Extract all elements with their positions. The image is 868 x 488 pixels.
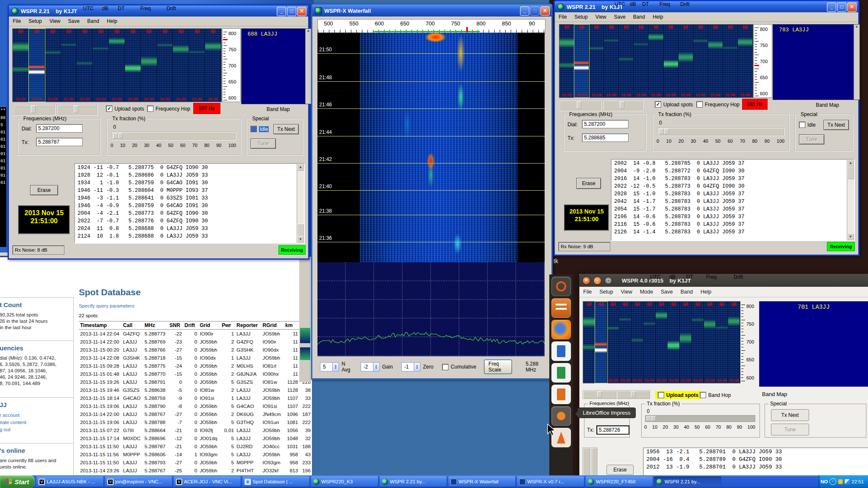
tx-field[interactable]: 5.288685 [582, 133, 629, 142]
tray-network-icon[interactable] [845, 479, 850, 484]
menu-item-setup[interactable]: Setup [595, 288, 617, 296]
frequency-hop-checkbox[interactable] [696, 101, 703, 108]
idle-checkbox[interactable] [250, 126, 257, 132]
menu-item-help[interactable]: Help [649, 13, 667, 21]
hide-icons-chevron[interactable]: ‹ [829, 478, 836, 485]
maximize-button[interactable]: ▢ [604, 277, 612, 285]
menu-item-view[interactable]: View [592, 13, 610, 21]
files-icon[interactable] [551, 298, 571, 318]
libreoffice-calc-icon[interactable] [551, 363, 571, 383]
tx-next-button[interactable]: Tx Next [771, 409, 809, 421]
menu-item-setup[interactable]: Setup [570, 13, 591, 21]
query-parameters-link[interactable]: Specify query parameters [79, 303, 134, 308]
menu-item-band[interactable]: Band [676, 288, 696, 296]
tx-fraction-slider[interactable] [657, 128, 785, 136]
dial-field[interactable]: 5.287200 [582, 120, 629, 128]
sidebar-link[interactable]: g out [0, 426, 72, 433]
menu-item-file[interactable]: File [579, 288, 595, 296]
close-button[interactable]: ✕ [582, 277, 590, 285]
tx-next-button[interactable]: Tx Next [273, 124, 299, 134]
ubuntu-dash-icon[interactable] [551, 277, 571, 296]
minimize-button[interactable]: _ [277, 7, 286, 16]
minimize-button[interactable]: _ [520, 6, 529, 16]
spinner-arrows-icon[interactable]: ▲▼ [373, 363, 379, 371]
language-indicator[interactable]: NO [821, 479, 828, 484]
sidebar-link[interactable]: eate content [0, 419, 72, 426]
maximize-button[interactable]: □ [287, 7, 296, 16]
decode-table-scrollbar[interactable]: ▲▼ [297, 164, 304, 243]
menu-item-help[interactable]: Help [103, 17, 121, 25]
slider-left[interactable] [559, 100, 601, 111]
slider-left[interactable] [13, 104, 56, 115]
freq-scale-button[interactable]: Freq Scale [484, 360, 512, 374]
ubuntu-one-icon[interactable] [551, 406, 571, 426]
erase-button[interactable]: Erase [576, 178, 601, 189]
vertical-slider[interactable] [582, 447, 591, 477]
minimize-button[interactable]: _ [827, 3, 836, 12]
vertical-slider2[interactable] [591, 447, 598, 477]
taskbar-button[interactable]: VLA3JJ-ASUS-NBK - ... [36, 477, 103, 487]
spinner-arrows-icon[interactable]: ▲▼ [332, 363, 339, 371]
taskbar-button[interactable]: Vjon@inspiron - VNC... [105, 477, 172, 487]
minimize-button[interactable]: – [593, 277, 601, 285]
menu-item-save[interactable]: Save [64, 17, 83, 25]
start-button[interactable]: Start [0, 475, 35, 488]
band-map-scrollbar[interactable]: ▲ [854, 25, 860, 100]
menu-item-file[interactable]: File [555, 13, 570, 21]
titlebar[interactable]: WSPR 2.21 by K1JT [555, 1, 858, 12]
menu-item-file[interactable]: File [9, 17, 25, 25]
slider-right[interactable] [603, 100, 643, 111]
titlebar[interactable]: WSPR-X Waterfall [312, 5, 551, 17]
upload-spots-checkbox[interactable]: ✓ [655, 101, 661, 108]
libreoffice-writer-icon[interactable] [551, 341, 571, 361]
taskbar-button[interactable]: WSPR-X v0.7 r... [517, 477, 584, 487]
maximize-button[interactable]: □ [837, 3, 846, 12]
menu-item-band[interactable]: Band [83, 17, 103, 25]
close-button[interactable]: ✕ [540, 6, 550, 16]
taskbar-button[interactable]: VACER-JOJ - VNC Vi... [174, 477, 241, 487]
titlebar[interactable]: ✕ – ▢ WSPR 4.0 r3015 by K1JT [579, 274, 868, 287]
menu-item-mode[interactable]: Mode [636, 288, 657, 296]
taskbar-button[interactable]: WSPR220_K3 [311, 477, 378, 487]
tx-field[interactable]: 5.288726 [596, 425, 629, 435]
sidebar-link[interactable]: r account [0, 412, 72, 419]
erase-button[interactable]: Erase [606, 465, 634, 475]
menu-item-save[interactable]: Save [610, 13, 629, 21]
spinner-arrows-icon[interactable]: ▲▼ [414, 363, 420, 371]
tx-fraction-slider[interactable] [645, 415, 755, 422]
cumulative-checkbox[interactable] [442, 364, 448, 370]
libreoffice-impress-icon[interactable] [551, 385, 571, 404]
taskbar-button[interactable]: eSpot Database | ... [242, 477, 309, 487]
tx-field[interactable]: 5.288787 [36, 138, 83, 146]
menu-item-view[interactable]: View [617, 288, 636, 296]
slider-right[interactable] [617, 390, 651, 399]
close-button[interactable]: ✕ [847, 3, 857, 12]
taskbar-button[interactable]: WSPR 2.21 by... [654, 477, 721, 487]
frequency-hop-checkbox[interactable] [147, 105, 153, 112]
tune-button[interactable]: Tune [799, 134, 824, 144]
decode-table-scrollbar[interactable]: ▲▼ [847, 160, 854, 240]
tune-button[interactable]: Tune [771, 424, 809, 435]
menu-item-help[interactable]: Help [697, 288, 715, 296]
band-map-scrollbar[interactable]: ▲ [305, 29, 311, 104]
titlebar[interactable]: WSPR 2.21 by K1JT [9, 6, 308, 17]
taskbar-button[interactable]: WSPR-X Waterfall [448, 477, 515, 487]
menu-item-band[interactable]: Band [629, 13, 649, 21]
menu-item-setup[interactable]: Setup [25, 17, 45, 25]
tx-next-button[interactable]: Tx Next [823, 120, 849, 130]
tx-fraction-slider[interactable] [111, 132, 236, 140]
maximize-button[interactable]: □ [530, 6, 540, 16]
upload-spots-checkbox[interactable]: ✓ [106, 105, 112, 112]
tune-button[interactable]: Tune [250, 139, 276, 149]
erase-button[interactable]: Erase [30, 185, 58, 195]
upload-spots-checkbox[interactable] [658, 392, 664, 398]
firefox-icon[interactable] [551, 320, 571, 339]
slider-left[interactable] [583, 390, 617, 399]
menu-item-save[interactable]: Save [657, 288, 677, 296]
n-avg-spinner[interactable]: 5▲▼ [320, 362, 339, 372]
menu-item-view[interactable]: View [46, 17, 64, 25]
slider-right[interactable] [57, 104, 97, 115]
zero-spinner[interactable]: -1▲▼ [401, 362, 420, 372]
taskbar-button[interactable]: WSPR 2.21 by... [380, 477, 447, 487]
close-button[interactable]: ✕ [297, 7, 306, 16]
